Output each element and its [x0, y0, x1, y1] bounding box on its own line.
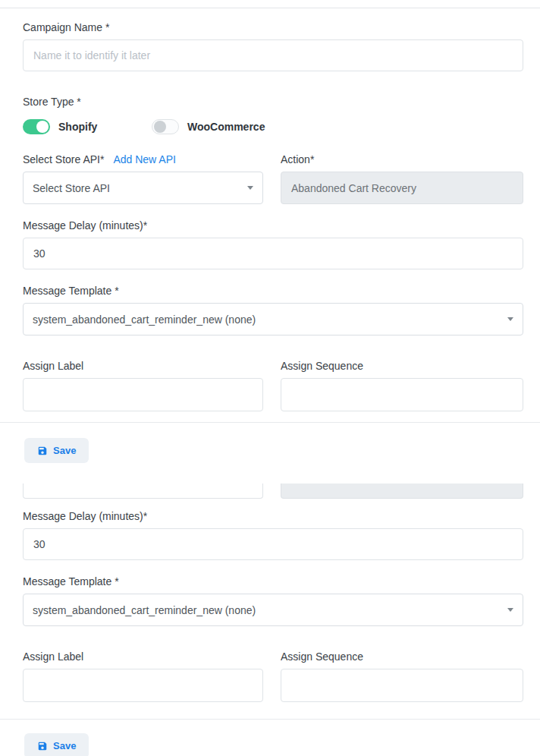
save-button[interactable]: Save — [24, 438, 89, 463]
message-template-selected-value-2: system_abandoned_cart_reminder_new (none… — [33, 604, 256, 616]
message-template-label: Message Template * — [23, 285, 523, 297]
assign-sequence-column: Assign Sequence — [281, 360, 523, 411]
chevron-down-icon — [507, 317, 513, 321]
campaign-name-label: Campaign Name * — [23, 21, 523, 33]
assign-sequence-column-2: Assign Sequence — [281, 650, 523, 702]
action-label: Action* — [281, 153, 523, 165]
message-template-select-2[interactable]: system_abandoned_cart_reminder_new (none… — [23, 594, 523, 626]
assign-label-column-2: Assign Label — [23, 650, 263, 702]
action-column: Action* Abandoned Cart Recovery — [281, 153, 523, 204]
message-delay-input[interactable] — [23, 238, 523, 269]
assign-label-label: Assign Label — [23, 360, 263, 372]
assign-label-input[interactable] — [23, 378, 263, 411]
assign-sequence-input-2[interactable] — [281, 669, 523, 702]
woocommerce-toggle-group: WooCommerce — [152, 119, 265, 134]
message-delay-input-2[interactable] — [23, 528, 523, 560]
store-type-label: Store Type * — [23, 96, 523, 108]
message-delay-label-2: Message Delay (minutes)* — [23, 510, 523, 522]
add-new-api-link[interactable]: Add New API — [113, 153, 176, 165]
store-api-label: Select Store API* — [23, 153, 104, 165]
message-template-select[interactable]: system_abandoned_cart_reminder_new (none… — [23, 303, 523, 335]
chevron-down-icon — [507, 608, 513, 612]
toggle-knob — [154, 121, 166, 133]
partial-fields-row — [23, 484, 523, 499]
store-api-column: Select Store API* Add New API Select Sto… — [23, 153, 263, 204]
save-icon — [37, 741, 48, 751]
action-field: Abandoned Cart Recovery — [281, 172, 523, 204]
woocommerce-toggle-label: WooCommerce — [187, 121, 265, 133]
save-icon — [37, 446, 48, 456]
store-api-select[interactable]: Select Store API — [23, 172, 263, 204]
message-template-label-2: Message Template * — [23, 575, 523, 587]
save-button-label-2: Save — [53, 740, 76, 751]
campaign-form-card: Campaign Name * Store Type * Shopify Woo… — [0, 8, 540, 756]
shopify-toggle-label: Shopify — [58, 121, 97, 133]
assign-sequence-label: Assign Sequence — [281, 360, 523, 372]
assign-label-column: Assign Label — [23, 360, 263, 411]
assign-label-input-2[interactable] — [23, 669, 263, 702]
toggle-knob — [36, 121, 49, 133]
campaign-name-input[interactable] — [23, 39, 523, 71]
store-api-select-partial[interactable] — [23, 484, 263, 499]
shopify-toggle-group: Shopify — [23, 119, 152, 134]
action-field-partial — [281, 484, 523, 499]
assign-sequence-input[interactable] — [281, 378, 523, 411]
save-button-label: Save — [53, 445, 76, 456]
woocommerce-toggle[interactable] — [152, 119, 179, 134]
chevron-down-icon — [247, 186, 253, 190]
assign-sequence-label-2: Assign Sequence — [281, 650, 523, 663]
save-button-2[interactable]: Save — [24, 733, 89, 756]
assign-label-label-2: Assign Label — [23, 650, 263, 663]
message-template-selected-value: system_abandoned_cart_reminder_new (none… — [33, 313, 256, 326]
store-api-selected-value: Select Store API — [33, 182, 110, 194]
message-delay-label: Message Delay (minutes)* — [23, 219, 523, 232]
shopify-toggle[interactable] — [23, 119, 50, 134]
action-value: Abandoned Cart Recovery — [291, 182, 416, 194]
store-type-toggle-row: Shopify WooCommerce — [23, 118, 523, 135]
